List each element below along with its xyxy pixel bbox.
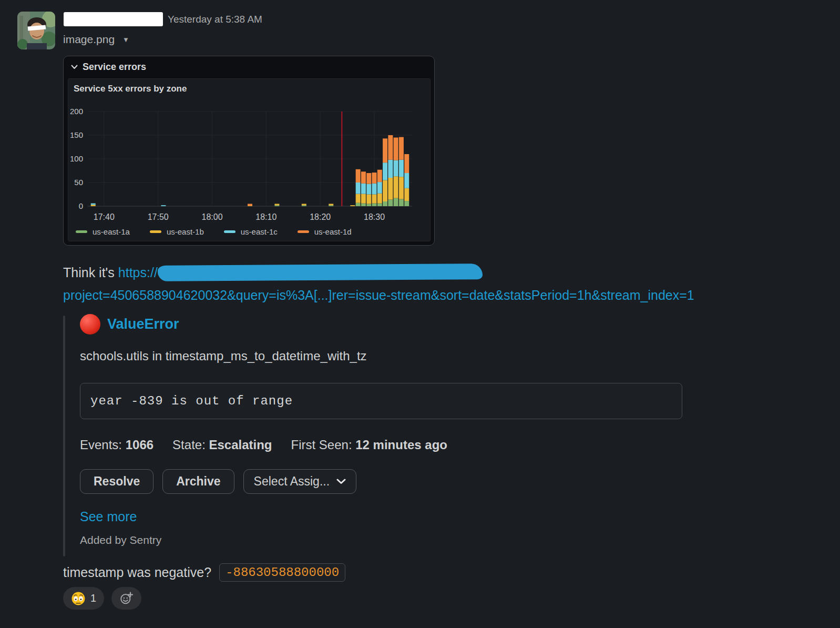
chart-title: Service 5xx errors by zone — [74, 84, 187, 94]
svg-text:17:40: 17:40 — [94, 212, 115, 221]
grafana-row-title: Service errors — [83, 62, 146, 73]
stat-events: Events: 1066 — [80, 438, 153, 452]
add-reaction-button[interactable] — [111, 587, 141, 610]
grafana-row-header: Service errors — [64, 56, 434, 73]
chart-legend: us-east-1aus-east-1bus-east-1cus-east-1d — [76, 227, 352, 236]
reaction-flushed-face[interactable]: 1 — [63, 587, 104, 610]
legend-label: us-east-1d — [314, 227, 352, 236]
svg-text:150: 150 — [70, 130, 83, 139]
stat-state: State: Escalating — [172, 438, 272, 452]
sentry-issue-link[interactable]: ValueError — [107, 316, 179, 332]
see-more-link[interactable]: See more — [80, 509, 137, 524]
sentry-stats-row: Events: 1066 State: Escalating First See… — [80, 438, 447, 452]
legend-swatch — [150, 230, 161, 233]
message-timestamp[interactable]: Yesterday at 5:38 AM — [168, 14, 262, 25]
file-attachment-header: image.png ▼ — [63, 33, 129, 46]
sentry-title-row: ValueError — [80, 314, 179, 335]
file-collapse-caret-icon[interactable]: ▼ — [122, 36, 129, 44]
inline-code-timestamp: -88630588800000 — [219, 563, 345, 582]
red-circle-emoji — [80, 314, 100, 335]
added-by-sentry-label: Added by Sentry — [80, 534, 161, 546]
link-redaction-scribble — [158, 264, 483, 281]
image-attachment[interactable]: Service errors Service 5xx errors by zon… — [63, 56, 435, 246]
svg-text:50: 50 — [74, 178, 83, 187]
reactions-row: 1 — [63, 587, 141, 610]
legend-swatch — [224, 230, 235, 233]
chevron-down-icon — [71, 65, 78, 69]
sentry-error-codeblock: year -839 is out of range — [80, 383, 682, 419]
svg-text:200: 200 — [70, 107, 83, 116]
stacked-bar-chart: 05010015020017:4017:5018:0018:1018:2018:… — [68, 97, 431, 225]
flushed-face-emoji — [71, 591, 86, 606]
link-prefix[interactable]: https:// — [118, 265, 158, 280]
link-url-line2[interactable]: project=4506588904620032&query=is%3A[...… — [63, 288, 694, 303]
add-reaction-icon — [119, 591, 134, 605]
stat-first-seen: First Seen: 12 minutes ago — [291, 438, 447, 452]
svg-text:18:30: 18:30 — [364, 212, 385, 221]
sentry-issue-location: schools.utils in timestamp_ms_to_datetim… — [80, 349, 367, 363]
svg-text:18:20: 18:20 — [310, 212, 331, 221]
resolve-button[interactable]: Resolve — [80, 469, 153, 494]
svg-text:18:10: 18:10 — [255, 212, 276, 221]
question-text: timestamp was negative? — [63, 565, 211, 580]
legend-item-us-east-1b: us-east-1b — [150, 227, 204, 236]
slack-message-view: Yesterday at 5:38 AM image.png ▼ Service… — [0, 0, 840, 628]
message-intro: Think it's — [63, 265, 118, 280]
legend-item-us-east-1c: us-east-1c — [224, 227, 278, 236]
username-redacted[interactable] — [64, 12, 163, 26]
message-text-line3: timestamp was negative? -88630588800000 — [63, 563, 345, 582]
legend-item-us-east-1a: us-east-1a — [76, 227, 130, 236]
select-assignee-dropdown[interactable]: Select Assig... — [243, 469, 356, 494]
legend-swatch — [298, 230, 309, 233]
avatar[interactable] — [17, 12, 55, 49]
sentry-error-message: year -839 is out of range — [90, 394, 293, 408]
avatar-photo — [17, 12, 55, 49]
svg-text:17:50: 17:50 — [148, 212, 169, 221]
file-name: image.png — [63, 33, 115, 46]
attachment-accent-bar — [63, 316, 65, 556]
reaction-count: 1 — [90, 592, 96, 604]
legend-label: us-east-1c — [241, 227, 278, 236]
message-text-line1: Think it's https:// — [63, 265, 483, 280]
svg-text:18:00: 18:00 — [201, 212, 222, 221]
chevron-down-icon — [336, 479, 346, 484]
legend-swatch — [76, 230, 87, 233]
archive-button[interactable]: Archive — [162, 469, 234, 494]
legend-item-us-east-1d: us-east-1d — [298, 227, 352, 236]
svg-text:100: 100 — [70, 154, 83, 163]
sentry-actions: Resolve Archive Select Assig... — [80, 469, 356, 494]
svg-text:0: 0 — [79, 201, 83, 210]
legend-label: us-east-1b — [167, 227, 204, 236]
legend-label: us-east-1a — [93, 227, 130, 236]
grafana-panel: Service 5xx errors by zone 0501001502001… — [68, 78, 431, 241]
